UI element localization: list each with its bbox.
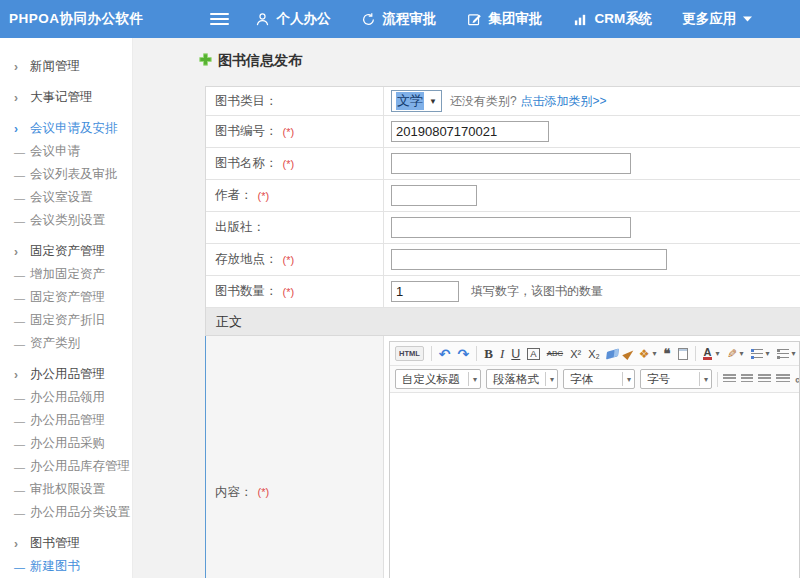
chevron-down-icon: ▾ xyxy=(468,372,477,386)
compose-icon xyxy=(467,12,482,27)
superscript-icon[interactable]: X² xyxy=(570,348,581,360)
item-prefix-icon: — xyxy=(14,315,30,327)
nav-personal-office[interactable]: 个人办公 xyxy=(255,10,331,28)
icon-glyph xyxy=(622,347,635,360)
auto-typeset-icon[interactable]: ❖ ▾ xyxy=(639,347,657,361)
icon-glyph xyxy=(758,374,771,384)
ordered-list-icon[interactable]: ▾ xyxy=(777,349,796,359)
icon-glyph xyxy=(723,374,736,384)
item-prefix-icon: — xyxy=(14,192,30,204)
sidebar-item-book-management[interactable]: › 图书管理 xyxy=(0,532,132,555)
field-label: 图书类目： xyxy=(206,87,384,115)
paste-text-icon[interactable] xyxy=(678,348,688,360)
author-input[interactable] xyxy=(391,185,477,206)
sidebar-item-news-management[interactable]: › 新闻管理 xyxy=(0,55,132,78)
sidebar-item-approval-permission-settings[interactable]: — 审批权限设置 xyxy=(0,478,132,501)
subscript-icon[interactable]: X₂ xyxy=(588,348,600,360)
align-right-icon[interactable] xyxy=(758,374,771,384)
align-center-icon[interactable] xyxy=(741,374,753,384)
sidebar-item-label: 图书管理 xyxy=(30,535,80,552)
paragraph-format-select[interactable]: 段落格式 ▾ xyxy=(486,369,558,389)
font-color-icon[interactable]: A ▾ xyxy=(703,348,720,360)
align-left-icon[interactable] xyxy=(723,374,736,384)
sidebar-item-office-supplies-inventory[interactable]: — 办公用品库存管理 xyxy=(0,455,132,478)
font-size-select[interactable]: 字号 ▾ xyxy=(640,369,712,389)
sidebar-item-office-supplies-management[interactable]: › 办公用品管理 xyxy=(0,363,132,386)
sidebar-item-label: 新建图书 xyxy=(30,558,80,575)
redo-icon[interactable]: ↷ xyxy=(458,346,470,362)
sidebar-item-label: 固定资产折旧 xyxy=(30,312,105,329)
editor-toolbar-row1: HTML ↶ xyxy=(390,342,799,366)
html-source-button[interactable]: HTML xyxy=(395,346,424,361)
nav-group-approval[interactable]: 集团审批 xyxy=(467,10,543,28)
nav-workflow-approval[interactable]: 流程审批 xyxy=(361,10,437,28)
undo-icon[interactable]: ↶ xyxy=(439,346,451,362)
app-brand: PHPOA协同办公软件 xyxy=(0,10,144,28)
sidebar-item-meeting-category-settings[interactable]: — 会议类别设置 xyxy=(0,209,132,232)
nav-crm-system[interactable]: CRM系统 xyxy=(573,10,653,28)
sidebar-item-label: 固定资产管理 xyxy=(30,243,105,260)
nav-more-apps[interactable]: 更多应用 xyxy=(682,10,752,28)
publisher-input[interactable] xyxy=(391,217,631,238)
sidebar-item-label: 办公用品采购 xyxy=(30,435,105,452)
sidebar-item-new-book[interactable]: — 新建图书 xyxy=(0,555,132,578)
add-category-link[interactable]: 点击添加类别>> xyxy=(521,93,607,110)
align-justify-icon[interactable] xyxy=(776,374,790,384)
page-title: 图书信息发布 xyxy=(218,52,302,70)
sidebar-item-office-supplies-classification[interactable]: — 办公用品分类设置 xyxy=(0,501,132,524)
bullet-list-icon[interactable]: ▾ xyxy=(751,349,770,359)
icon-glyph: I xyxy=(500,346,504,362)
custom-heading-select[interactable]: 自定义标题 ▾ xyxy=(395,369,481,389)
location-input[interactable] xyxy=(391,249,667,270)
sidebar-item-office-supplies-purchase[interactable]: — 办公用品采购 xyxy=(0,432,132,455)
icon-glyph: HTML xyxy=(395,346,424,361)
book-name-input[interactable] xyxy=(391,153,631,174)
underline-icon[interactable]: U xyxy=(511,347,520,361)
rich-text-editor: HTML ↶ xyxy=(389,341,800,578)
bold-icon[interactable]: B xyxy=(484,346,493,362)
sidebar-item-meeting-list-approval[interactable]: — 会议列表及审批 xyxy=(0,163,132,186)
hamburger-menu-icon[interactable] xyxy=(210,13,229,26)
sidebar-item-events-management[interactable]: › 大事记管理 xyxy=(0,86,132,109)
eraser-icon[interactable] xyxy=(607,350,618,358)
chevron-down-icon: ▾ xyxy=(653,349,657,358)
book-category-select[interactable]: 文学 ▼ xyxy=(391,90,442,112)
quantity-input[interactable] xyxy=(391,281,459,302)
field-label: 存放地点： xyxy=(215,251,278,268)
sidebar-item-meeting-room-settings[interactable]: — 会议室设置 xyxy=(0,186,132,209)
item-prefix-icon: › xyxy=(14,368,30,382)
link-icon[interactable]: ∞ xyxy=(795,372,799,387)
icon-glyph: A xyxy=(703,348,713,360)
italic-icon[interactable]: I xyxy=(500,346,504,362)
book-form: 图书类目： 文学 ▼ 还没有类别? 点击添加类别>> 图书编号： (*) xyxy=(205,86,800,578)
required-mark: (*) xyxy=(258,190,270,202)
toolbar-separator xyxy=(695,346,696,361)
sidebar-item-meeting-apply-arrange[interactable]: › 会议申请及安排 xyxy=(0,117,132,140)
sidebar-item-office-supplies-requisition[interactable]: — 办公用品领用 xyxy=(0,386,132,409)
icon-glyph: ❖ xyxy=(639,347,650,361)
format-brush-icon[interactable] xyxy=(625,348,632,359)
editor-body[interactable] xyxy=(390,393,799,578)
icon-glyph: A xyxy=(527,348,539,360)
sidebar-item-meeting-apply[interactable]: — 会议申请 xyxy=(0,140,132,163)
highlight-color-icon[interactable]: ✎ ▾ xyxy=(727,347,744,361)
sidebar-item-label: 会议类别设置 xyxy=(30,212,105,229)
chevron-down-icon: ▾ xyxy=(622,372,631,386)
required-mark: (*) xyxy=(283,126,295,138)
sidebar-item-add-fixed-asset[interactable]: — 增加固定资产 xyxy=(0,263,132,286)
sidebar-item-fixed-asset-management[interactable]: — 固定资产管理 xyxy=(0,286,132,309)
item-prefix-icon: — xyxy=(14,561,30,573)
icon-glyph: ✎ xyxy=(727,347,737,361)
icon-label: 字号 xyxy=(647,372,693,387)
boxed-a-icon[interactable]: A xyxy=(527,348,539,360)
sidebar-item-asset-category[interactable]: — 资产类别 xyxy=(0,332,132,355)
font-family-select[interactable]: 字体 ▾ xyxy=(563,369,635,389)
required-mark: (*) xyxy=(258,486,270,498)
book-no-input[interactable] xyxy=(391,121,549,142)
sidebar-item-fixed-assets-management[interactable]: › 固定资产管理 xyxy=(0,240,132,263)
item-prefix-icon: › xyxy=(14,122,30,136)
sidebar-item-office-supplies-manage[interactable]: — 办公用品管理 xyxy=(0,409,132,432)
sidebar-item-fixed-asset-depreciation[interactable]: — 固定资产折旧 xyxy=(0,309,132,332)
strikethrough-icon[interactable]: ABC xyxy=(547,349,563,358)
blockquote-icon[interactable]: ❝ xyxy=(664,346,671,362)
